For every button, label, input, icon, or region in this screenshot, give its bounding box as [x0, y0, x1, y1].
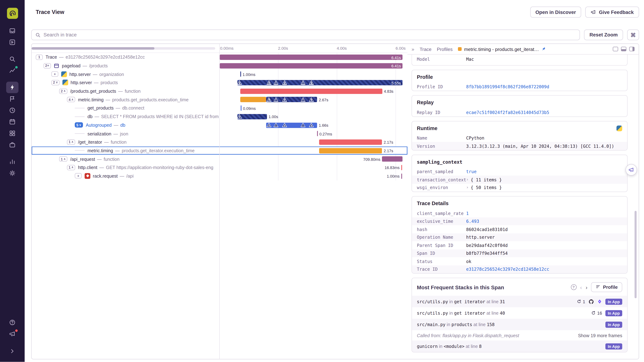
sentry-logo[interactable] — [7, 8, 18, 19]
pin-icon[interactable] — [541, 47, 546, 51]
stack-frame-row[interactable]: gunicorn in <module> at line 8In App — [412, 341, 627, 352]
trace-row-bar-area[interactable]: 1.00s — [219, 112, 408, 121]
sidebar-item-help[interactable] — [6, 317, 18, 328]
row-expand-badge[interactable]: 2∧ — [59, 88, 68, 94]
next-stack-icon[interactable]: › — [586, 284, 588, 290]
trace-row-bar-area[interactable]: 2.17s — [219, 138, 408, 146]
trace-row-bar-area[interactable]: 0.09ms — [219, 104, 408, 112]
tree-chart-divider[interactable] — [219, 44, 220, 359]
sidebar-item-issues[interactable] — [6, 25, 18, 36]
sidebar-item-releases[interactable] — [6, 93, 18, 105]
trace-row-bar-area[interactable]: 1.00ms — [219, 172, 408, 180]
sidebar-item-collapse[interactable] — [6, 346, 18, 357]
details-scrollbar[interactable] — [634, 211, 636, 298]
trace-row-tree: metric.timing—products.get_iterator.exec… — [32, 146, 219, 155]
row-expand-badge[interactable]: 1∧ — [67, 165, 75, 170]
span-bar[interactable] — [401, 173, 402, 179]
sidebar-item-whats-new[interactable] — [6, 328, 18, 340]
trace-row-bar-area[interactable]: 4.83s — [219, 87, 408, 95]
row-expand-badge[interactable]: + — [75, 173, 82, 179]
sidebar-item-crons[interactable] — [6, 116, 18, 128]
span-bar[interactable] — [382, 156, 403, 162]
span-bar[interactable] — [240, 88, 382, 94]
layout-single-icon[interactable] — [613, 47, 618, 51]
occurrence-count: 16 — [591, 311, 602, 316]
tab-active-span[interactable]: metric.timing - products.get_iterat… — [458, 47, 546, 52]
kv-value[interactable]: 8fb7bb1891994f8c862f206e8722009d — [466, 84, 622, 90]
kv-value[interactable]: e31278c256524c3297e2cd12458e12cc — [466, 266, 622, 272]
stack-frame-row[interactable]: src/utils.py in get_iterator at line 401… — [412, 307, 627, 319]
kv-value[interactable]: ecae7c51f0024f2fa82e6314045d73b5 — [466, 109, 622, 115]
help-circle-icon[interactable]: ? — [571, 284, 576, 290]
github-icon[interactable] — [588, 299, 594, 304]
sidebar-item-performance[interactable] — [6, 82, 18, 93]
span-bar[interactable] — [240, 97, 266, 102]
profile-button[interactable]: Profile — [591, 282, 622, 292]
sidebar-item-projects[interactable] — [6, 36, 18, 48]
tabs-expand-icon[interactable]: » — [412, 46, 414, 52]
trace-row-bar-area[interactable]: 1.66s — [219, 121, 408, 129]
row-expand-badge[interactable]: 1∧ — [67, 139, 75, 145]
trace-row-bar-area[interactable]: 2.67s — [219, 95, 408, 104]
open-in-discover-button[interactable]: Open in Discover — [530, 6, 581, 18]
span-bar[interactable] — [319, 139, 382, 145]
reset-zoom-button[interactable]: Reset Zoom — [584, 29, 623, 40]
kv-value: 6.493 — [466, 218, 622, 224]
span-bar[interactable] — [241, 105, 241, 111]
give-feedback-button[interactable]: Give Feedback — [585, 6, 639, 18]
feedback-fab-button[interactable] — [626, 164, 637, 176]
sidebar-item-insights[interactable] — [6, 156, 18, 167]
stack-frame-row[interactable]: src/utils.py in get_iterator at line 311… — [412, 296, 627, 307]
shortcut-button[interactable]: ⌘ — [627, 29, 639, 40]
insights-icon — [9, 158, 16, 165]
sidebar-item-settings[interactable] — [6, 168, 18, 179]
trace-row-tree: 2+pageload—/products — [32, 61, 219, 70]
row-expand-badge[interactable]: 4∧ — [67, 97, 75, 102]
sidebar-item-dashboards[interactable] — [6, 128, 18, 139]
row-expand-badge[interactable]: 1∧ — [59, 156, 68, 162]
tab-profiles[interactable]: Profiles — [437, 47, 452, 52]
prev-stack-icon[interactable]: ‹ — [580, 284, 582, 290]
trace-row-bar-area[interactable]: 1.00ms — [219, 70, 408, 78]
trace-row-bar-area[interactable]: 16.83ms — [219, 163, 408, 172]
sidebar-item-organization[interactable] — [6, 139, 18, 151]
chevron-right-icon[interactable]: › — [466, 184, 469, 190]
span-bar[interactable] — [240, 71, 241, 77]
row-expand-badge[interactable]: 2∨ — [51, 80, 60, 85]
tree-horizontal-scrollbar[interactable] — [32, 47, 215, 50]
seer-icon[interactable] — [597, 299, 602, 304]
search-input[interactable]: Search in trace — [31, 29, 580, 40]
sidebar-item-history[interactable] — [6, 105, 18, 116]
span-bar[interactable] — [220, 63, 402, 68]
sidebar-item-stats[interactable] — [6, 65, 18, 76]
layout-split-vertical-icon[interactable] — [629, 47, 634, 51]
kv-row: Statusok — [412, 257, 627, 265]
span-bar[interactable] — [401, 165, 402, 170]
row-expand-badge[interactable]: 1 — [36, 54, 43, 60]
span-bar[interactable] — [319, 148, 382, 153]
stack-frame-row[interactable]: src/main.py in products at line 158In Ap… — [412, 319, 627, 330]
trace-row-bar-area[interactable]: 5.55s — [219, 78, 408, 87]
tab-trace[interactable]: Trace — [420, 47, 432, 52]
layout-split-horizontal-icon[interactable] — [621, 47, 626, 51]
trace-row-bar-area[interactable]: 6.41s — [219, 61, 408, 70]
span-bar[interactable] — [220, 54, 402, 60]
row-expand-badge[interactable]: 5∨ — [75, 122, 83, 128]
span-op: http.client — [78, 165, 97, 170]
trace-row-bar-area[interactable]: 6.41s — [219, 53, 408, 61]
row-expand-badge[interactable]: 2+ — [44, 63, 51, 68]
span-bar[interactable] — [317, 131, 318, 136]
span-bar[interactable] — [238, 80, 402, 85]
row-expand-badge[interactable]: + — [51, 71, 58, 77]
help-icon — [9, 319, 16, 326]
trace-row-bar-area[interactable]: 709.80ms — [219, 155, 408, 163]
trace-row-bar-area[interactable]: 0.27ms — [219, 129, 408, 138]
show-more-frames[interactable]: Show 19 more frames — [578, 333, 622, 338]
sidebar-item-explore-search[interactable] — [6, 53, 18, 65]
scrollbar-thumb[interactable] — [32, 47, 155, 50]
trace-row-bar-area[interactable]: 2.17s — [219, 146, 408, 155]
chevron-right-icon[interactable]: › — [466, 177, 469, 182]
op-separator: — — [104, 140, 108, 145]
stacks-header: Most Frequent Stacks in this Span?‹›Prof… — [412, 278, 627, 296]
layout-controls — [613, 47, 634, 51]
